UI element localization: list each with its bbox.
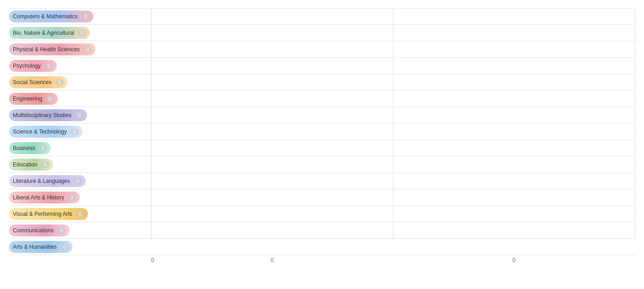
pill-value: 0 [60,244,69,250]
bar-pill: Engineering 0 [9,93,58,105]
label-area: Liberal Arts & History 0 [9,189,151,205]
pill-label: Liberal Arts & History [13,194,64,201]
pill-label: Engineering [13,96,42,102]
bar-pill: Literature & Languages 0 [9,175,86,187]
pill-value: 0 [74,178,82,184]
bar-row: Business 0 [9,140,635,156]
label-area: Business 0 [9,140,151,156]
pill-value: 0 [44,63,53,69]
bar-row: Multidisciplinary Studies 0 [9,107,635,123]
bar-pill: Communications 0 [9,225,70,236]
label-area: Visual & Performing Arts 0 [9,206,151,222]
pill-label: Arts & Humanities [13,244,57,250]
pill-value: 0 [68,194,76,201]
pill-value: 0 [46,96,54,102]
pill-value: 0 [76,211,84,217]
pill-label: Business [13,145,35,151]
pill-label: Multidisciplinary Studies [13,112,71,118]
label-area: Computers & Mathematics 0 [9,9,151,24]
pill-label: Social Sciences [13,79,52,86]
bar-pill: Multidisciplinary Studies 0 [9,109,87,121]
label-area: Arts & Humanities 0 [9,239,151,255]
bar-pill: Science & Technology 0 [9,126,82,138]
bar-pill: Social Sciences 0 [9,76,67,88]
bar-row: Psychology 0 [9,58,635,74]
label-area: Engineering 0 [9,91,151,107]
bar-track [151,107,635,123]
bar-track [151,25,635,41]
bar-row: Bio, Nature & Agricultural 0 [9,25,635,41]
bar-pill: Psychology 0 [9,60,57,72]
bar-row: Engineering 0 [9,91,635,107]
bar-pill: Business 0 [9,142,51,154]
bar-row: Social Sciences 0 [9,74,635,91]
bar-track [151,41,635,57]
bar-pill: Liberal Arts & History 0 [9,192,80,203]
pill-value: 0 [41,161,49,168]
bar-pill: Visual & Performing Arts 0 [9,208,88,220]
bar-track [151,140,635,156]
bar-row: Communications 0 [9,222,635,239]
x-axis-label: 0 [151,257,393,263]
pill-value: 0 [75,112,83,118]
bar-track [151,239,635,255]
pill-value: 0 [39,145,47,151]
bar-pill: Physical & Health Sciences 0 [9,43,95,55]
bar-rows-container: Computers & Mathematics 0 Bio, Nature & … [9,8,635,255]
bar-track [151,222,635,238]
pill-label: Education [13,161,37,168]
grid-container: Computers & Mathematics 0 Bio, Nature & … [9,8,635,255]
pill-label: Bio, Nature & Agricultural [13,30,74,36]
bar-pill: Arts & Humanities 0 [9,241,72,253]
pill-value: 0 [78,30,86,36]
label-area: Literature & Languages 0 [9,173,151,189]
pill-label: Physical & Health Sciences [13,46,80,53]
bar-pill: Computers & Mathematics 0 [9,11,93,22]
bar-track [151,173,635,189]
pill-value: 0 [57,227,65,234]
label-area: Multidisciplinary Studies 0 [9,107,151,123]
pill-label: Science & Technology [13,128,67,135]
label-area: Physical & Health Sciences 0 [9,41,151,57]
label-area: Education 0 [9,156,151,172]
pill-value: 0 [71,128,79,135]
bar-track [151,206,635,222]
grid-line-2 [635,8,635,241]
pill-value: 0 [55,79,64,86]
pill-label: Psychology [13,63,41,69]
x-axis: 000 [9,257,635,263]
bar-track [151,91,635,107]
pill-value: 0 [81,13,89,20]
bar-track [151,156,635,172]
bar-row: Physical & Health Sciences 0 [9,41,635,58]
bar-row: Science & Technology 0 [9,123,635,140]
bar-row: Visual & Performing Arts 0 [9,206,635,222]
bar-row: Computers & Mathematics 0 [9,8,635,25]
pill-label: Literature & Languages [13,178,70,184]
bar-row: Literature & Languages 0 [9,173,635,189]
bar-pill: Education 0 [9,159,53,171]
label-area: Bio, Nature & Agricultural 0 [9,25,151,41]
bar-track [151,9,635,24]
label-area: Psychology 0 [9,58,151,74]
bar-pill: Bio, Nature & Agricultural 0 [9,27,90,39]
x-axis-label: 0 [393,257,635,263]
bar-track [151,58,635,74]
bar-track [151,74,635,90]
bar-track [151,123,635,139]
bar-row: Arts & Humanities 0 [9,239,635,255]
pill-label: Communications [13,227,54,234]
pill-label: Visual & Performing Arts [13,211,72,217]
pill-label: Computers & Mathematics [13,13,77,20]
label-area: Social Sciences 0 [9,74,151,90]
label-area: Communications 0 [9,222,151,238]
chart-area: Computers & Mathematics 0 Bio, Nature & … [9,8,635,263]
bar-track [151,189,635,205]
label-area: Science & Technology 0 [9,123,151,139]
bar-row: Education 0 [9,156,635,173]
pill-value: 0 [83,46,92,53]
bar-row: Liberal Arts & History 0 [9,189,635,206]
